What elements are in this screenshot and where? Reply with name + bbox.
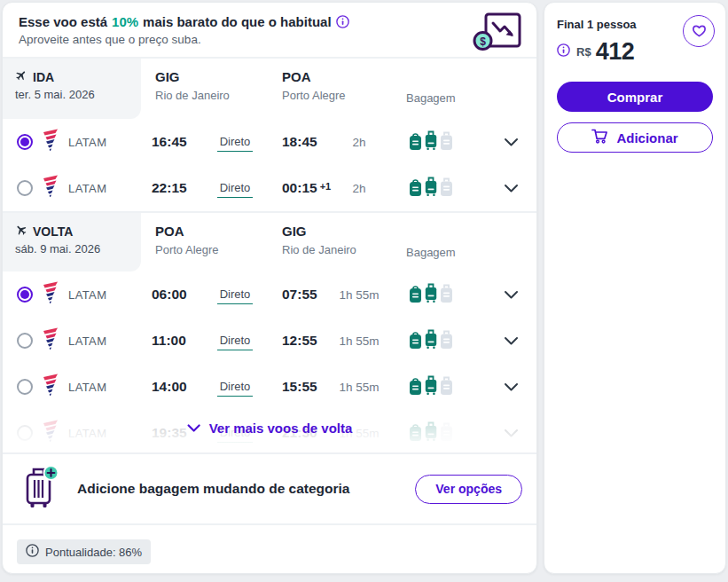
add-to-cart-button[interactable]: Adicionar [557,122,713,153]
price-alert-discount: 10% [112,14,138,29]
inbound-flight-list: LATAM 06:00 Direto 07:55 1h 55m [3,271,536,410]
airline-name: LATAM [68,334,106,348]
punctuality-text: Pontualidade: 86% [45,546,142,559]
destination-code: POA [282,69,346,84]
arrival-time: 00:15 [282,180,317,195]
baggage-column-header: Bagagem [406,246,456,259]
outbound-destination: POA Porto Alegre [282,69,346,102]
departure-time: 14:00 [152,379,213,395]
flight-row[interactable]: LATAM 16:45 Direto 18:45 2h [3,119,536,165]
favorite-button[interactable] [683,15,715,47]
info-icon[interactable] [336,15,349,28]
baggage-upsell-section: Adicione bagagem mudando de categoria Ve… [3,454,536,523]
stops-link[interactable]: Direto [217,181,254,198]
departure-plane-icon [15,69,27,84]
airline-name: LATAM [68,427,106,440]
info-icon[interactable] [26,544,39,560]
inbound-label: VOLTA [33,224,73,239]
outbound-flight-list: LATAM 16:45 Direto 18:45 2h [3,119,536,211]
flight-duration: 2h [333,182,386,195]
return-plane-icon [15,224,27,239]
expand-flight-button[interactable] [504,184,536,193]
expand-flight-button[interactable] [504,138,536,147]
punctuality-badge: Pontualidade: 86% [17,539,151,564]
destination-city: Porto Alegre [282,89,346,102]
flight-radio[interactable] [17,333,33,349]
inbound-destination: GIG Rio de Janeiro [282,224,356,256]
stops-link[interactable]: Direto [217,380,254,397]
expand-flight-button[interactable] [504,429,536,438]
flight-row[interactable]: LATAM 22:15 Direto 00:15+1 2h [3,165,536,211]
airline-name: LATAM [68,136,106,149]
departure-time: 11:00 [152,333,213,349]
personal-item-icon [409,332,422,353]
expand-flight-button[interactable] [504,382,536,392]
baggage-icons [409,421,464,445]
checked-bag-icon [440,376,453,399]
stops-link[interactable]: Direto [217,287,254,304]
expand-flight-button[interactable] [504,290,536,300]
departure-time: 16:45 [152,134,213,150]
origin-code: POA [155,224,219,239]
personal-item-icon [409,133,422,154]
flight-row[interactable]: LATAM 14:00 Direto 15:55 1h 55m [3,364,536,410]
show-more-label: Ver mais voos de volta [209,421,353,436]
flight-duration: 2h [333,136,386,149]
flight-row[interactable]: LATAM 06:00 Direto 07:55 1h 55m [3,271,536,318]
add-to-cart-label: Adicionar [616,130,677,146]
flight-duration: 1h 55m [333,288,386,302]
flight-row[interactable]: LATAM 11:00 Direto 12:55 1h 55m [3,318,536,364]
flight-radio[interactable] [17,134,33,150]
baggage-icons [409,130,464,154]
show-more-return-flights-link[interactable]: Ver mais voos de volta [187,421,353,436]
airline-name: LATAM [68,182,106,195]
origin-city: Porto Alegre [155,243,219,256]
flight-radio[interactable] [17,379,33,395]
checked-bag-icon [440,284,453,307]
latam-logo-icon [42,129,59,155]
outbound-origin: GIG Rio de Janeiro [155,69,230,102]
buy-button[interactable]: Comprar [557,82,713,112]
latam-logo-icon [42,420,59,446]
departure-time: 06:00 [152,287,213,303]
price-summary-card: Final 1 pessoa R$ 412 Comprar Adicionar [544,2,726,574]
svg-text:$: $ [480,35,486,48]
price-trend-icon: $ [473,10,522,56]
info-icon[interactable] [557,43,570,60]
baggage-icons [409,283,464,307]
arrival-time: 07:55 [282,287,317,302]
checked-bag-icon [440,422,453,445]
day-offset: +1 [320,181,332,192]
arrival-time: 12:55 [282,333,317,348]
baggage-icons [409,375,464,399]
flight-radio[interactable] [17,287,33,303]
carry-on-bag-icon [425,421,437,445]
departure-time: 22:15 [152,180,213,196]
flight-duration: 1h 55m [333,381,386,394]
personal-item-icon [409,179,422,201]
personal-item-icon [409,286,422,307]
stops-link[interactable]: Direto [217,334,254,350]
faded-flight-row-area: LATAM 19:35 Direto 21:30 1h 55m [3,410,536,452]
heart-icon [691,22,708,41]
add-baggage-icon [19,464,59,514]
outbound-date: ter. 5 mai. 2026 [15,88,141,101]
baggage-column-header: Bagagem [406,91,456,105]
origin-city: Rio de Janeiro [155,89,230,102]
flight-detail-card: Esse voo está 10% mais barato do que o h… [2,2,537,574]
see-options-button[interactable]: Ver opções [415,475,522,504]
arrival-time: 15:55 [282,379,317,394]
airline-name: LATAM [68,381,106,394]
stops-link[interactable]: Direto [217,135,254,152]
price-alert-banner: Esse voo está 10% mais barato do que o h… [3,3,536,57]
expand-flight-button[interactable] [504,336,536,346]
carry-on-bag-icon [425,329,437,353]
destination-code: GIG [282,224,356,239]
flight-radio[interactable] [17,180,33,196]
arrival-time: 18:45 [282,134,317,149]
baggage-icons [409,177,464,201]
carry-on-bag-icon [425,375,437,399]
cart-icon [591,129,608,146]
flight-radio[interactable] [17,425,33,441]
price-alert-text-before: Esse voo está [19,14,107,29]
